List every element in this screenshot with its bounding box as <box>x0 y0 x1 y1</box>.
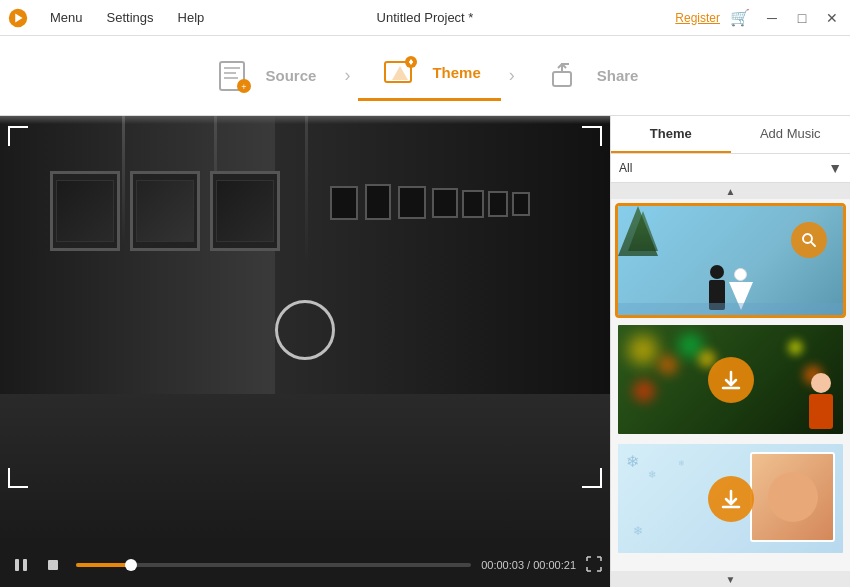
download-overlay-baby[interactable] <box>708 476 754 522</box>
filter-bar: All ▼ <box>611 154 850 183</box>
filter-dropdown[interactable]: ▼ <box>828 160 842 176</box>
theme-card-bg-baby: ❄ ❄ ❄ ❄ <box>618 444 843 553</box>
svg-rect-16 <box>15 559 19 571</box>
source-step-label: Source <box>266 67 317 84</box>
theme-list: ❄ ❄ ❄ ❄ <box>611 199 850 571</box>
progress-bar[interactable] <box>76 563 471 567</box>
gallery-frame-1 <box>50 171 120 251</box>
pause-button[interactable] <box>8 552 34 578</box>
theme-step-icon <box>378 50 422 94</box>
gallery-frame-9 <box>488 191 508 217</box>
scroll-down-button[interactable]: ▼ <box>611 571 850 587</box>
svg-marker-9 <box>392 66 408 80</box>
app-logo <box>0 0 36 36</box>
fullscreen-button[interactable] <box>586 556 602 575</box>
wizard-steps: + Source › Theme › Sha <box>0 36 850 116</box>
wizard-arrow-2: › <box>509 65 515 86</box>
theme-card-christmas[interactable] <box>615 322 846 437</box>
gallery-frame-3 <box>210 171 280 251</box>
register-link[interactable]: Register <box>675 11 720 25</box>
gallery-frame-4 <box>330 186 358 220</box>
focus-circle <box>275 300 335 360</box>
video-preview[interactable] <box>0 116 610 543</box>
theme-card-baby[interactable]: ❄ ❄ ❄ ❄ <box>615 441 846 556</box>
gallery-frame-6 <box>398 186 426 219</box>
theme-step-label: Theme <box>432 64 480 81</box>
svg-rect-14 <box>553 72 571 86</box>
share-step-icon <box>543 54 587 98</box>
menu-bar: Menu Settings Help <box>40 6 214 29</box>
window-controls: Register 🛒 ─ □ ✕ <box>675 4 850 32</box>
tab-theme[interactable]: Theme <box>611 116 731 153</box>
video-controls: 00:00:03 / 00:00:21 <box>0 543 610 587</box>
window-title: Untitled Project * <box>377 10 474 25</box>
wizard-step-share[interactable]: Share <box>523 54 659 98</box>
gallery-frame-5 <box>365 184 391 220</box>
svg-text:+: + <box>241 82 246 92</box>
wizard-arrow-1: › <box>344 65 350 86</box>
source-step-icon: + <box>212 54 256 98</box>
progress-thumb[interactable] <box>125 559 137 571</box>
time-display: 00:00:03 / 00:00:21 <box>481 559 576 571</box>
gallery-frame-7 <box>432 188 458 218</box>
menu-item-help[interactable]: Help <box>168 6 215 29</box>
wizard-step-source[interactable]: + Source <box>192 54 337 98</box>
gallery-frame-10 <box>512 192 530 216</box>
svg-rect-18 <box>48 560 58 570</box>
filter-label: All <box>619 161 828 175</box>
wizard-step-theme[interactable]: Theme <box>358 50 500 101</box>
menu-item-menu[interactable]: Menu <box>40 6 93 29</box>
gallery-frame-2 <box>130 171 200 251</box>
right-panel: Theme Add Music All ▼ ▲ <box>610 116 850 587</box>
svg-rect-17 <box>23 559 27 571</box>
theme-card-wedding[interactable] <box>615 203 846 318</box>
menu-item-settings[interactable]: Settings <box>97 6 164 29</box>
baby-photo <box>750 452 835 542</box>
title-bar: Menu Settings Help Untitled Project * Re… <box>0 0 850 36</box>
close-button[interactable]: ✕ <box>818 4 846 32</box>
theme-card-bg-wedding <box>618 206 843 315</box>
maximize-button[interactable]: □ <box>788 4 816 32</box>
minimize-button[interactable]: ─ <box>758 4 786 32</box>
gallery-floor <box>0 394 610 543</box>
scroll-up-button[interactable]: ▲ <box>611 183 850 199</box>
panel-tabs: Theme Add Music <box>611 116 850 154</box>
search-overlay-wedding[interactable] <box>791 222 827 258</box>
progress-fill <box>76 563 131 567</box>
cart-icon[interactable]: 🛒 <box>730 8 750 27</box>
video-area: 00:00:03 / 00:00:21 <box>0 116 610 587</box>
share-step-label: Share <box>597 67 639 84</box>
gallery-background <box>0 116 610 543</box>
stop-button[interactable] <box>40 552 66 578</box>
svg-line-20 <box>811 242 815 246</box>
download-overlay-christmas[interactable] <box>708 357 754 403</box>
tab-add-music[interactable]: Add Music <box>731 116 851 153</box>
gallery-frame-8 <box>462 190 484 218</box>
theme-card-bg-christmas <box>618 325 843 434</box>
main-content: 00:00:03 / 00:00:21 Theme Add Music All … <box>0 116 850 587</box>
